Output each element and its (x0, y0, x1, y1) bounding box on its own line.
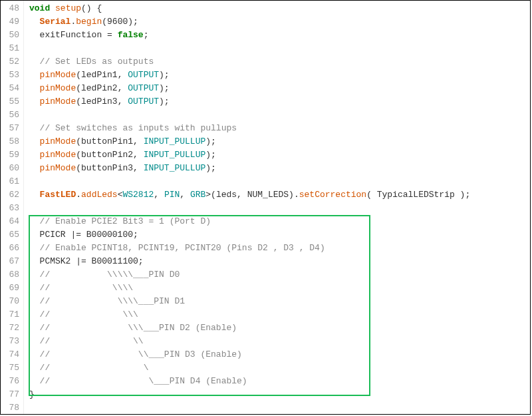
token-fn: pinMode (40, 70, 76, 80)
token-cmt: // \\\___PIN D2 (Enable) (40, 323, 237, 333)
line-number: 69 (3, 282, 19, 295)
token-const: INPUT_PULLUP (144, 136, 206, 146)
token-fn: pinMode (40, 83, 76, 93)
token-cmt: // \ (40, 363, 149, 373)
code-line[interactable] (29, 108, 530, 122)
line-number: 76 (3, 375, 19, 388)
code-line[interactable]: pinMode(buttonPin2, INPUT_PULLUP); (29, 148, 530, 162)
token-text (29, 136, 40, 146)
token-text: , (154, 190, 164, 200)
token-text: (ledPin3, (76, 97, 128, 106)
token-text (29, 270, 40, 280)
code-line[interactable]: // \\ (29, 335, 530, 348)
line-number: 57 (3, 122, 19, 135)
token-cmt: // \\\\ (40, 283, 133, 293)
token-fn: pinMode (40, 136, 76, 146)
token-fn: addLeds (81, 190, 118, 200)
token-text: (buttonPin3, (76, 163, 143, 173)
token-text: ); (205, 136, 216, 146)
token-text (29, 83, 40, 93)
token-text (29, 310, 40, 319)
token-text (29, 216, 40, 226)
code-line[interactable]: exitFunction = false; (29, 29, 530, 42)
token-kw: void (29, 3, 50, 13)
code-line[interactable] (29, 401, 530, 414)
code-area: 4849505152535455565758596061626364656667… (1, 1, 530, 414)
line-number: 58 (3, 135, 19, 148)
code-line[interactable]: pinMode(buttonPin1, INPUT_PULLUP); (29, 135, 530, 148)
line-number: 49 (3, 15, 19, 29)
code-line[interactable]: // Set LEDs as outputs (29, 55, 530, 69)
code-line[interactable]: } (29, 388, 530, 401)
token-text (29, 323, 40, 333)
token-fn: pinMode (40, 97, 76, 106)
token-cmt: // \\\\___PIN D1 (40, 296, 185, 306)
line-number: 64 (3, 215, 19, 228)
code-line[interactable]: pinMode(ledPin2, OUTPUT); (29, 82, 530, 95)
code-line[interactable] (29, 202, 530, 215)
code-editor[interactable]: 4849505152535455565758596061626364656667… (0, 0, 531, 415)
token-text: ); (205, 163, 216, 173)
code-lines[interactable]: void setup() { Serial.begin(9600); exitF… (24, 1, 530, 414)
code-line[interactable]: // \\___PIN D3 (Enable) (29, 348, 530, 361)
code-line[interactable]: pinMode(buttonPin3, INPUT_PULLUP); (29, 162, 530, 175)
token-cmt: // \\ (40, 336, 144, 346)
code-line[interactable]: PCICR |= B00000100; (29, 228, 530, 242)
code-line[interactable]: // \___PIN D4 (Enable) (29, 375, 530, 388)
token-text: (ledPin1, (76, 70, 128, 80)
token-fn: pinMode (40, 163, 76, 173)
code-line[interactable]: FastLED.addLeds<WS2812, PIN, GRB>(leds, … (29, 188, 530, 202)
token-const: OUTPUT (128, 70, 159, 80)
line-number: 68 (3, 268, 19, 282)
code-line[interactable] (29, 175, 530, 188)
code-line[interactable]: void setup() { (29, 2, 530, 15)
token-text: , (180, 190, 190, 200)
code-line[interactable]: pinMode(ledPin1, OUTPUT); (29, 69, 530, 82)
line-number: 50 (3, 29, 19, 42)
token-cmt: // Set LEDs as outputs (40, 57, 154, 67)
token-text (29, 97, 40, 106)
code-line[interactable]: // \\\\ (29, 282, 530, 295)
code-line[interactable]: PCMSK2 |= B00011100; (29, 255, 530, 268)
code-line[interactable]: // Set switches as inputs with pullups (29, 122, 530, 135)
token-text (29, 163, 40, 173)
line-number-gutter: 4849505152535455565758596061626364656667… (1, 1, 24, 414)
token-text (29, 190, 40, 200)
token-text: ; (144, 30, 149, 40)
line-number: 74 (3, 348, 19, 361)
token-text (29, 243, 40, 253)
token-cmt: // \___PIN D4 (Enable) (40, 376, 247, 386)
token-text: } (29, 389, 35, 399)
code-line[interactable]: // \\\\\___PIN D0 (29, 268, 530, 282)
code-line[interactable]: Serial.begin(9600); (29, 15, 530, 29)
line-number: 55 (3, 95, 19, 108)
line-number: 61 (3, 175, 19, 188)
line-number: 59 (3, 148, 19, 162)
code-line[interactable]: // Enable PCINT18, PCINT19, PCINT20 (Pin… (29, 242, 530, 255)
code-line[interactable]: // Enable PCIE2 Bit3 = 1 (Port D) (29, 215, 530, 228)
token-const: OUTPUT (128, 83, 159, 93)
token-cmt: // Enable PCIE2 Bit3 = 1 (Port D) (40, 216, 211, 226)
code-line[interactable] (29, 42, 530, 55)
line-number: 77 (3, 388, 19, 401)
line-number: 71 (3, 308, 19, 321)
token-text: ); (205, 150, 216, 160)
line-number: 67 (3, 255, 19, 268)
token-text (29, 376, 40, 386)
code-line[interactable]: pinMode(ledPin3, OUTPUT); (29, 95, 530, 108)
token-const: OUTPUT (128, 97, 159, 106)
token-fn: begin (76, 17, 102, 27)
token-const: INPUT_PULLUP (144, 163, 206, 173)
token-cmt: // \\___PIN D3 (Enable) (40, 349, 242, 359)
code-line[interactable]: // \\\ (29, 308, 530, 321)
code-line[interactable]: // \ (29, 361, 530, 375)
line-number: 65 (3, 228, 19, 242)
line-number: 62 (3, 188, 19, 202)
code-line[interactable]: // \\\\___PIN D1 (29, 295, 530, 308)
code-line[interactable]: // \\\___PIN D2 (Enable) (29, 321, 530, 335)
token-text: ); (159, 97, 170, 106)
token-text (29, 17, 40, 27)
token-const: WS2812 (122, 190, 154, 200)
token-text: exitFunction = (29, 30, 118, 40)
token-text: PCICR |= B00000100; (29, 230, 138, 240)
